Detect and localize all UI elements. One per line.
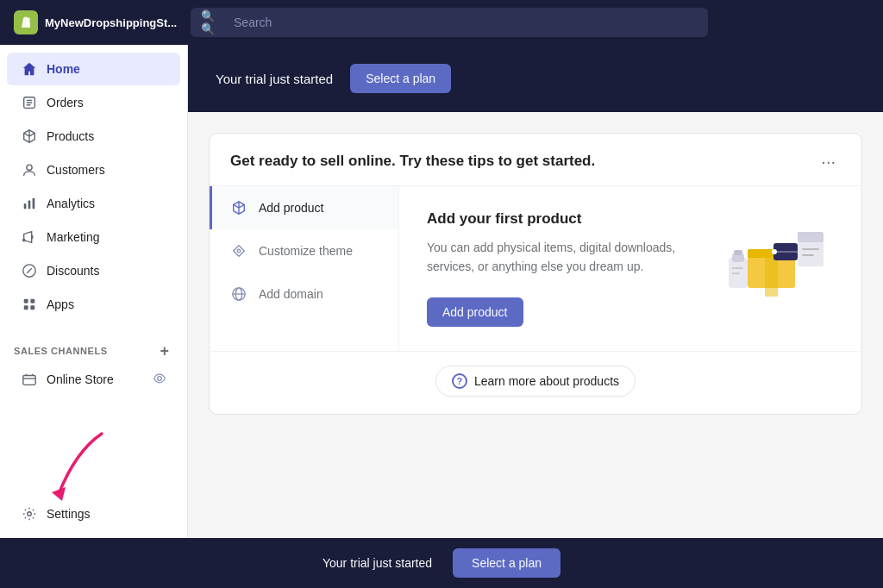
sidebar-item-analytics[interactable]: Analytics	[7, 187, 180, 220]
sidebar-item-settings[interactable]: Settings	[7, 497, 180, 530]
sidebar-item-products[interactable]: Products	[7, 120, 180, 153]
store-brand[interactable]: MyNewDropshippingSt...	[14, 10, 177, 34]
steps-list: Add product Customize theme Add domain	[210, 186, 399, 351]
sidebar-item-online-store[interactable]: Online Store	[7, 364, 180, 395]
sidebar-item-apps[interactable]: Apps	[7, 288, 180, 321]
step-customize-theme[interactable]: Customize theme	[210, 229, 398, 272]
sidebar-label-orders: Orders	[47, 96, 84, 109]
svg-point-13	[28, 512, 32, 516]
step-content-left: Add your first product You can add physi…	[427, 210, 705, 327]
sidebar: Home Orders Products Customers	[0, 45, 188, 538]
sidebar-item-home[interactable]: Home	[7, 53, 180, 85]
sales-channels-section: Sales Channels +	[0, 328, 187, 363]
search-bar[interactable]: 🔍	[191, 8, 708, 37]
svg-rect-4	[33, 198, 35, 210]
tips-card: Get ready to sell online. Try these tips…	[209, 133, 862, 415]
sidebar-label-analytics: Analytics	[47, 197, 95, 210]
select-plan-button-top[interactable]: Select a plan	[350, 64, 451, 93]
svg-rect-11	[23, 376, 35, 385]
sidebar-label-discounts: Discounts	[47, 264, 99, 278]
sidebar-item-orders[interactable]: Orders	[7, 86, 180, 119]
product-illustration	[722, 210, 834, 300]
sidebar-item-customers[interactable]: Customers	[7, 153, 180, 186]
analytics-icon	[21, 195, 38, 212]
marketing-icon	[21, 228, 38, 246]
trial-banner-top: Your trial just started Select a plan	[188, 45, 883, 112]
svg-rect-27	[734, 250, 742, 255]
discounts-icon	[21, 262, 38, 279]
search-input[interactable]	[234, 16, 698, 29]
step-add-domain[interactable]: Add domain	[210, 272, 398, 316]
svg-rect-3	[28, 200, 31, 209]
sidebar-nav: Home Orders Products Customers	[0, 45, 187, 328]
customers-icon	[21, 161, 38, 178]
search-icon: 🔍	[201, 9, 227, 35]
tips-card-header: Get ready to sell online. Try these tips…	[210, 134, 861, 186]
sidebar-label-products: Products	[47, 129, 94, 143]
online-store-label: Online Store	[47, 372, 114, 386]
svg-rect-8	[30, 299, 34, 303]
step-customize-theme-label: Customize theme	[259, 244, 353, 258]
svg-rect-24	[798, 232, 824, 242]
step-content-area: Add your first product You can add physi…	[399, 186, 861, 351]
shopify-logo	[14, 10, 38, 34]
bottom-bar: Your trial just started Select a plan	[0, 538, 883, 588]
step-content-title: Add your first product	[427, 210, 705, 228]
step-add-product-label: Add product	[259, 201, 324, 215]
svg-rect-9	[24, 305, 28, 310]
settings-label: Settings	[47, 507, 91, 521]
tips-body: Add product Customize theme Add domain	[210, 186, 861, 351]
trial-banner-top-text: Your trial just started	[216, 72, 333, 86]
main-content: Your trial just started Select a plan Ge…	[188, 45, 883, 538]
svg-point-5	[22, 239, 26, 242]
sidebar-item-marketing[interactable]: Marketing	[7, 221, 180, 253]
step-add-domain-label: Add domain	[259, 287, 323, 301]
tips-more-button[interactable]: ···	[816, 151, 841, 172]
tips-card-title: Get ready to sell online. Try these tips…	[230, 153, 595, 170]
add-domain-step-icon	[229, 285, 248, 303]
online-store-visibility-icon[interactable]	[153, 372, 166, 388]
bottom-bar-text: Your trial just started	[323, 556, 432, 570]
sidebar-label-customers: Customers	[47, 163, 105, 177]
orders-icon	[21, 94, 38, 111]
add-product-step-icon	[229, 198, 248, 217]
svg-point-12	[158, 376, 162, 380]
svg-rect-2	[24, 203, 27, 209]
learn-more-section: ? Learn more about products	[210, 351, 861, 414]
svg-point-14	[237, 249, 241, 253]
select-plan-button-bottom[interactable]: Select a plan	[453, 548, 560, 578]
top-navigation: MyNewDropshippingSt... 🔍	[0, 0, 883, 45]
customize-theme-step-icon	[229, 241, 248, 260]
sidebar-label-apps: Apps	[47, 297, 74, 311]
sidebar-item-discounts[interactable]: Discounts	[7, 254, 180, 287]
step-content-description: You can add physical items, digital down…	[427, 238, 705, 277]
svg-point-1	[27, 165, 32, 170]
sidebar-label-home: Home	[47, 62, 80, 76]
svg-rect-7	[24, 299, 28, 303]
online-store-left: Online Store	[21, 371, 114, 388]
learn-more-question-icon: ?	[452, 373, 467, 389]
online-store-icon	[21, 371, 38, 388]
apps-icon	[21, 296, 38, 313]
products-icon	[21, 128, 38, 145]
learn-more-button[interactable]: ? Learn more about products	[435, 366, 636, 397]
add-product-button[interactable]: Add product	[427, 297, 523, 327]
learn-more-label: Learn more about products	[474, 374, 619, 388]
sidebar-label-marketing: Marketing	[47, 230, 99, 244]
store-name: MyNewDropshippingSt...	[45, 16, 177, 29]
add-sales-channel-button[interactable]: +	[156, 342, 173, 360]
step-add-product[interactable]: Add product	[210, 186, 398, 229]
settings-icon	[21, 505, 38, 522]
sales-channels-label: Sales Channels	[14, 346, 108, 356]
svg-rect-10	[30, 305, 34, 310]
sidebar-bottom: Settings	[0, 428, 187, 538]
home-icon	[21, 60, 38, 78]
